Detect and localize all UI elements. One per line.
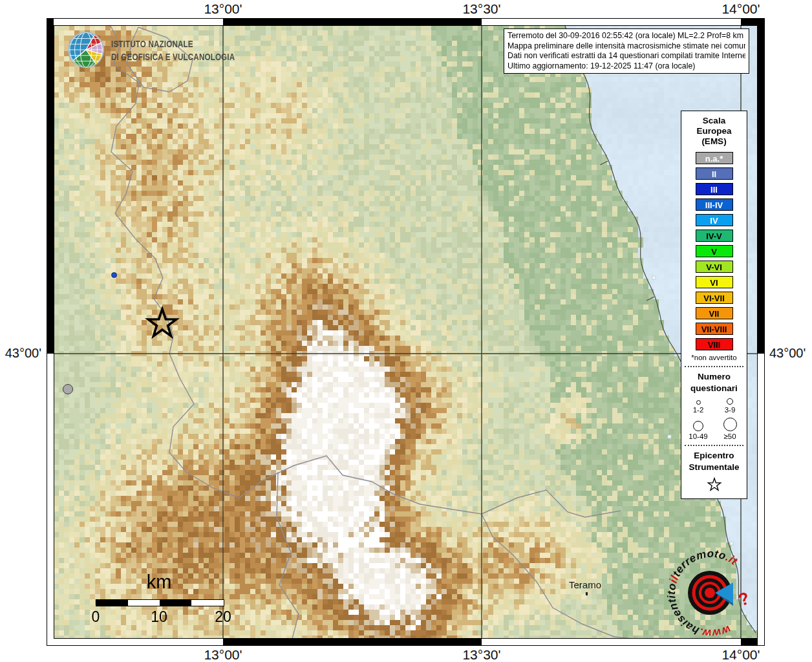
- questionnaire-size-row: 10-49≥50: [681, 418, 747, 440]
- intensity-swatch-vii-viii: VII-VIII: [696, 323, 733, 335]
- axis-label-bottom-13-00: 13°00': [184, 647, 262, 662]
- intensity-report-marker: [111, 272, 117, 278]
- ingv-globe-logo-icon: [65, 29, 107, 70]
- ingv-macroseismic-map: 13°00' 13°30' 14°00' 13°00' 13°30' 14°00…: [0, 0, 812, 662]
- legend-title-line3: (EMS): [681, 136, 747, 147]
- questionnaire-size-circle-icon: [693, 421, 703, 431]
- legend-title-line1: Scala: [681, 116, 747, 126]
- scale-bar-segment: [96, 600, 128, 606]
- epicenter-star-marker: [145, 306, 180, 341]
- intensity-swatch-ii: II: [696, 167, 733, 180]
- city-marker: [586, 592, 588, 595]
- questionnaire-size-label: 3-9: [715, 406, 745, 414]
- scale-bar-tick-10: 10: [150, 608, 168, 626]
- haisentitoilterremoto-logo: www.haisentitoilterremoto.it ?: [659, 542, 763, 645]
- scale-bar-tick-20: 20: [214, 608, 232, 626]
- scale-bar-tick-0: 0: [88, 608, 103, 626]
- axis-label-top-13-30: 13°30': [443, 1, 520, 17]
- ingv-logo-text: ISTITUTO NAZIONALE DI GEOFISICA E VULCAN…: [111, 37, 235, 63]
- not-felt-report-marker: [63, 384, 73, 394]
- legend-panel: Scala Europea (EMS) n.a.*IIIIIIII-IVIVIV…: [681, 111, 747, 499]
- questionnaire-size-label: ≥50: [715, 432, 745, 440]
- intensity-swatch-n-a-: n.a.*: [696, 152, 733, 164]
- intensity-scale-swatches: n.a.*IIIIIIII-IVIVIV-VVV-VIVIVI-VIIVIIVI…: [681, 152, 747, 350]
- questionnaire-size-circle-icon: [696, 400, 701, 405]
- frame-band-right-1: [758, 18, 765, 354]
- watermark-question-mark: ?: [736, 588, 753, 610]
- legend-title-line2: Europea: [681, 126, 747, 136]
- intensity-swatch-viii: VIII: [696, 338, 733, 350]
- intensity-swatch-iv: IV: [696, 214, 733, 226]
- scale-bar: [96, 599, 224, 606]
- questionnaire-size-row: 1-23-9: [681, 398, 747, 414]
- questionnaire-size-label: 10-49: [683, 432, 713, 440]
- map-description-line: Mappa preliminare delle intensità macros…: [508, 41, 745, 52]
- city-label-teramo: Teramo: [569, 579, 601, 590]
- axis-label-bottom-14-00: 14°00': [702, 647, 780, 662]
- scale-bar-segment: [128, 600, 160, 606]
- earthquake-info-box: Terremoto del 30-09-2016 02:55:42 (ora l…: [504, 28, 749, 74]
- legend-separator: [685, 366, 743, 367]
- frame-band-bottom-1: [47, 639, 223, 646]
- epicenter-star-key-icon: [707, 477, 722, 493]
- event-summary-line: Terremoto del 30-09-2016 02:55:42 (ora l…: [508, 31, 745, 41]
- intensity-swatch-v: V: [696, 245, 733, 257]
- legend-separator-2: [685, 445, 743, 446]
- scale-bar-segment: [191, 600, 224, 606]
- ingv-logo-line1: ISTITUTO NAZIONALE: [111, 37, 235, 50]
- ingv-logo-line2: DI GEOFISICA E VULCANOLOGIA: [111, 50, 235, 63]
- legend-footnote: *non avvertito: [681, 354, 747, 361]
- frame-band-left-1: [47, 18, 54, 354]
- questionnaire-count-title-line1: Numero: [681, 371, 747, 383]
- frame-band-top-3: [482, 18, 741, 25]
- questionnaire-count-title-line2: questionari: [681, 383, 747, 394]
- axis-label-top-13-00: 13°00': [184, 1, 262, 17]
- intensity-swatch-vi: VI: [696, 276, 733, 288]
- scale-bar-unit-label: km: [120, 571, 198, 593]
- questionnaire-size-key: 1-23-910-49≥50: [681, 398, 747, 440]
- axis-label-left-43-00: 43°00': [0, 346, 41, 361]
- scale-bar-segment: [160, 600, 191, 606]
- questionnaire-size-circle-icon: [723, 418, 737, 431]
- questionnaire-size-item: 3-9: [715, 398, 745, 414]
- data-disclaimer-line: Dati non verificati estratti da 14 quest…: [508, 51, 745, 61]
- epicenter-key-title-line2: Strumentale: [681, 462, 747, 473]
- frame-band-top-2: [223, 18, 482, 25]
- frame-band-top-1: [47, 18, 223, 25]
- questionnaire-size-item: 1-2: [683, 400, 713, 414]
- questionnaire-size-label: 1-2: [683, 406, 713, 414]
- axis-label-bottom-13-30: 13°30': [443, 647, 520, 662]
- frame-band-left-2: [47, 354, 54, 646]
- axis-label-right-43-00: 43°00': [769, 346, 812, 361]
- intensity-swatch-iii: III: [696, 183, 733, 195]
- intensity-swatch-iii-iv: III-IV: [696, 198, 733, 211]
- intensity-swatch-iv-v: IV-V: [696, 230, 733, 242]
- questionnaire-size-circle-icon: [727, 398, 733, 405]
- intensity-swatch-vi-vii: VI-VII: [696, 292, 733, 304]
- axis-label-top-14-00: 14°00': [702, 1, 780, 17]
- intensity-swatch-vii: VII: [696, 307, 733, 319]
- questionnaire-size-item: ≥50: [715, 418, 745, 440]
- epicenter-key-title-line1: Epicentro: [681, 450, 747, 462]
- questionnaire-size-item: 10-49: [683, 421, 713, 440]
- frame-band-bottom-2: [223, 639, 482, 646]
- last-update-line: Ultimo aggiornamento: 19-12-2025 11:47 (…: [508, 61, 745, 72]
- intensity-swatch-v-vi: V-VI: [696, 261, 733, 273]
